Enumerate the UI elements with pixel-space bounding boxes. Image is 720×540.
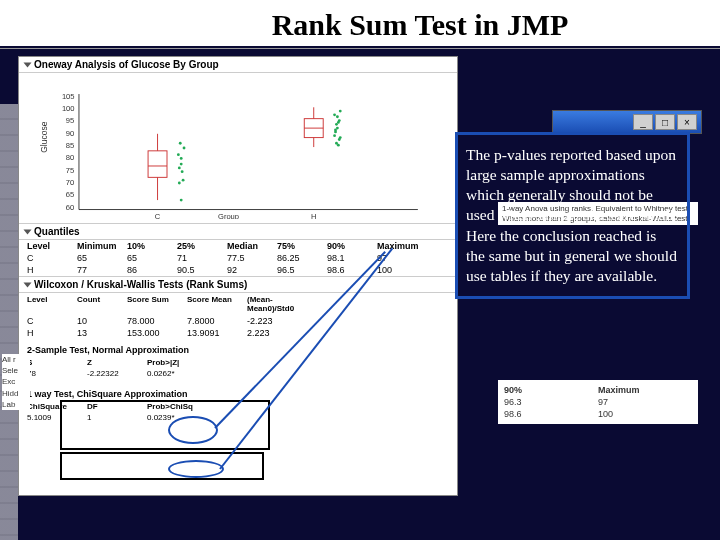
side-decoration [0,104,18,540]
svg-text:65: 65 [66,190,74,199]
svg-rect-12 [148,151,167,178]
close-button[interactable]: × [677,114,697,130]
panel-header[interactable]: Oneway Analysis of Glucose By Group [19,57,457,73]
two-sample-title: 2-Sample Test, Normal Approximation [27,343,449,357]
boxplot-h [304,107,323,147]
svg-text:80: 80 [66,153,74,162]
two-sample-test: 2-Sample Test, Normal Approximation SZPr… [19,339,457,383]
pvalue-circle-2 [168,460,224,478]
svg-point-41 [337,144,340,147]
svg-point-30 [336,115,339,118]
svg-point-43 [338,119,341,122]
svg-point-24 [178,166,181,169]
left-panel-fragment: All rSele ExcHidd Lab [2,354,30,410]
minimize-button[interactable]: _ [633,114,653,130]
one-way-title: 1 way Test, ChiSquare Approximation [27,387,449,401]
svg-text:105: 105 [62,92,75,101]
svg-text:100: 100 [62,104,75,113]
panel-title: Oneway Analysis of Glucose By Group [34,59,219,70]
chart-svg: Glucose 60 65 70 75 80 85 90 95 100 105 [27,77,449,219]
boxplot-c [148,134,167,200]
svg-text:C: C [155,212,161,219]
y-axis-label: Glucose [39,121,49,152]
quantile-row-h: H77 8690.5 9296.5 98.6100 [19,264,457,276]
slide-title: Rank Sum Test in JMP [0,0,720,46]
svg-point-42 [334,129,337,132]
svg-text:70: 70 [66,178,74,187]
svg-point-16 [180,199,183,202]
svg-text:H: H [311,212,316,219]
quantiles-header[interactable]: Quantiles [19,224,457,240]
title-underline [0,48,720,49]
wilcoxon-title: Wilcoxon / Kruskal-Wallis Tests (Rank Su… [34,279,247,290]
right-quantile-fragment: 90%Maximum 96.397 98.6100 [498,380,698,424]
scatter-chart: Glucose 60 65 70 75 80 85 90 95 100 105 [19,73,457,223]
window-titlebar: _ □ × [552,110,702,134]
wilcoxon-row-c: C10 78.0007.8000 -2.223 [19,315,457,327]
points-h [333,110,342,147]
wilcoxon-header[interactable]: Wilcoxon / Kruskal-Wallis Tests (Rank Su… [19,277,457,293]
svg-point-39 [339,136,342,139]
svg-point-23 [181,170,184,173]
wilcoxon-col-headers: LevelCount Score SumScore Mean (Mean-Mea… [19,293,457,315]
svg-text:85: 85 [66,141,74,150]
quantiles-title: Quantiles [34,226,80,237]
svg-text:95: 95 [66,116,74,125]
maximize-button[interactable]: □ [655,114,675,130]
highlight-box-2 [60,452,264,480]
svg-text:60: 60 [66,203,74,212]
points-c [177,142,186,202]
svg-point-25 [180,157,183,160]
disclosure-icon[interactable] [24,282,32,287]
svg-point-38 [333,134,336,137]
svg-point-31 [333,113,336,116]
svg-point-19 [180,163,183,166]
x-axis-label: Group [218,212,239,219]
svg-point-21 [183,147,186,150]
content-area: _ □ × Oneway Analysis of Glucose By Grou… [0,52,720,540]
pvalue-circle-1 [168,416,218,444]
svg-text:75: 75 [66,166,74,175]
svg-point-20 [177,153,180,156]
disclosure-icon[interactable] [24,229,32,234]
quantile-row-c: C65 6571 77.586.25 98.197 [19,252,457,264]
two-sample-values: 78-2.223220.0262* [27,368,449,379]
svg-point-17 [178,182,181,185]
annotation-box: The p-values reported based upon large s… [455,132,690,299]
disclosure-icon[interactable] [24,62,32,67]
svg-text:90: 90 [66,129,74,138]
svg-point-22 [179,142,182,145]
svg-point-18 [182,179,185,182]
wilcoxon-row-h: H13 153.00013.9091 2.223 [19,327,457,339]
two-sample-headers: SZProb>|Z| [27,357,449,368]
svg-point-32 [339,110,342,113]
y-ticks: 60 65 70 75 80 85 90 95 100 105 [62,92,75,212]
